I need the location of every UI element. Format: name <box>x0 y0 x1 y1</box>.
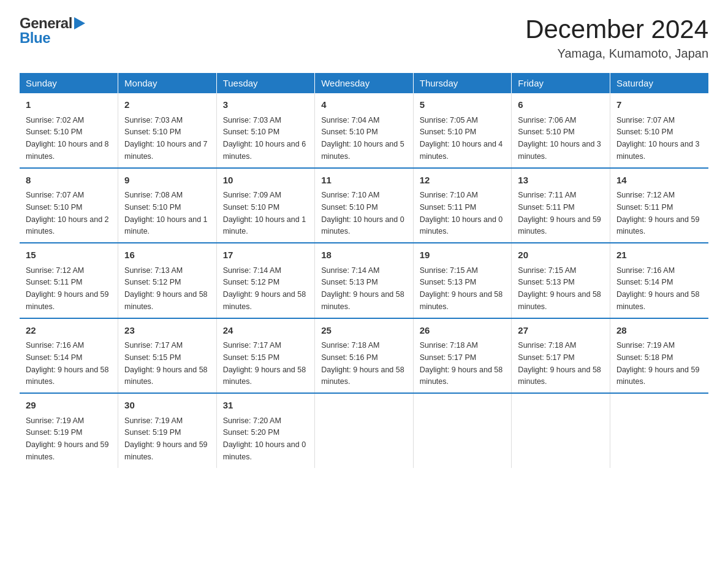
day-number: 12 <box>420 174 506 188</box>
calendar-header: Sunday Monday Tuesday Wednesday Thursday… <box>20 73 708 93</box>
day-number: 20 <box>518 248 604 262</box>
page-header: General Blue December 2024 Yamaga, Kumam… <box>20 15 708 61</box>
day-info: Sunrise: 7:03 AMSunset: 5:10 PMDaylight:… <box>223 116 306 161</box>
calendar-cell: 27Sunrise: 7:18 AMSunset: 5:17 PMDayligh… <box>512 318 610 394</box>
week-row-1: 1Sunrise: 7:02 AMSunset: 5:10 PMDaylight… <box>20 93 708 168</box>
day-info: Sunrise: 7:15 AMSunset: 5:13 PMDaylight:… <box>518 266 601 311</box>
day-info: Sunrise: 7:19 AMSunset: 5:19 PMDaylight:… <box>26 416 109 461</box>
day-number: 4 <box>321 98 407 112</box>
day-info: Sunrise: 7:10 AMSunset: 5:10 PMDaylight:… <box>321 191 404 236</box>
calendar-cell: 7Sunrise: 7:07 AMSunset: 5:10 PMDaylight… <box>610 93 708 168</box>
logo: General Blue <box>20 15 85 47</box>
calendar-cell: 19Sunrise: 7:15 AMSunset: 5:13 PMDayligh… <box>413 243 512 318</box>
day-number: 6 <box>518 98 604 112</box>
day-number: 3 <box>223 98 309 112</box>
calendar-cell: 30Sunrise: 7:19 AMSunset: 5:19 PMDayligh… <box>118 393 217 468</box>
calendar-cell: 16Sunrise: 7:13 AMSunset: 5:12 PMDayligh… <box>118 243 217 318</box>
day-number: 29 <box>26 399 112 413</box>
calendar-body: 1Sunrise: 7:02 AMSunset: 5:10 PMDaylight… <box>20 93 708 468</box>
calendar-cell <box>512 393 610 468</box>
day-info: Sunrise: 7:12 AMSunset: 5:11 PMDaylight:… <box>26 266 109 311</box>
calendar-cell: 5Sunrise: 7:05 AMSunset: 5:10 PMDaylight… <box>413 93 512 168</box>
calendar-cell: 9Sunrise: 7:08 AMSunset: 5:10 PMDaylight… <box>118 168 217 243</box>
page-title: December 2024 <box>525 15 708 44</box>
day-number: 24 <box>223 324 309 338</box>
day-info: Sunrise: 7:05 AMSunset: 5:10 PMDaylight:… <box>420 116 503 161</box>
svg-marker-0 <box>74 17 85 29</box>
day-info: Sunrise: 7:19 AMSunset: 5:19 PMDaylight:… <box>124 416 208 461</box>
logo-arrow-icon <box>74 17 85 29</box>
col-wednesday: Wednesday <box>315 73 414 93</box>
calendar-cell: 31Sunrise: 7:20 AMSunset: 5:20 PMDayligh… <box>216 393 315 468</box>
calendar-cell: 14Sunrise: 7:12 AMSunset: 5:11 PMDayligh… <box>610 168 708 243</box>
calendar-cell: 8Sunrise: 7:07 AMSunset: 5:10 PMDaylight… <box>20 168 118 243</box>
day-number: 15 <box>26 248 112 262</box>
day-info: Sunrise: 7:18 AMSunset: 5:17 PMDaylight:… <box>420 341 503 386</box>
calendar-cell: 25Sunrise: 7:18 AMSunset: 5:16 PMDayligh… <box>315 318 414 394</box>
day-info: Sunrise: 7:14 AMSunset: 5:13 PMDaylight:… <box>321 266 404 311</box>
week-row-3: 15Sunrise: 7:12 AMSunset: 5:11 PMDayligh… <box>20 243 708 318</box>
day-info: Sunrise: 7:16 AMSunset: 5:14 PMDaylight:… <box>26 341 109 386</box>
day-number: 22 <box>26 324 112 338</box>
col-thursday: Thursday <box>413 73 512 93</box>
day-info: Sunrise: 7:04 AMSunset: 5:10 PMDaylight:… <box>321 116 404 161</box>
day-info: Sunrise: 7:12 AMSunset: 5:11 PMDaylight:… <box>616 191 700 236</box>
day-info: Sunrise: 7:07 AMSunset: 5:10 PMDaylight:… <box>26 191 109 236</box>
calendar-cell: 13Sunrise: 7:11 AMSunset: 5:11 PMDayligh… <box>512 168 610 243</box>
day-info: Sunrise: 7:19 AMSunset: 5:18 PMDaylight:… <box>616 341 700 386</box>
calendar-cell: 4Sunrise: 7:04 AMSunset: 5:10 PMDaylight… <box>315 93 414 168</box>
week-row-4: 22Sunrise: 7:16 AMSunset: 5:14 PMDayligh… <box>20 318 708 394</box>
calendar-cell: 26Sunrise: 7:18 AMSunset: 5:17 PMDayligh… <box>413 318 512 394</box>
day-info: Sunrise: 7:18 AMSunset: 5:17 PMDaylight:… <box>518 341 601 386</box>
calendar-cell: 1Sunrise: 7:02 AMSunset: 5:10 PMDaylight… <box>20 93 118 168</box>
title-block: December 2024 Yamaga, Kumamoto, Japan <box>525 15 708 61</box>
calendar-cell: 10Sunrise: 7:09 AMSunset: 5:10 PMDayligh… <box>216 168 315 243</box>
day-number: 16 <box>124 248 210 262</box>
calendar-cell: 15Sunrise: 7:12 AMSunset: 5:11 PMDayligh… <box>20 243 118 318</box>
day-number: 27 <box>518 324 604 338</box>
day-number: 1 <box>26 98 112 112</box>
day-info: Sunrise: 7:02 AMSunset: 5:10 PMDaylight:… <box>26 116 109 161</box>
day-number: 10 <box>223 174 309 188</box>
day-number: 30 <box>124 399 210 413</box>
calendar-cell: 22Sunrise: 7:16 AMSunset: 5:14 PMDayligh… <box>20 318 118 394</box>
day-number: 26 <box>420 324 506 338</box>
day-number: 19 <box>420 248 506 262</box>
day-number: 14 <box>616 174 702 188</box>
col-sunday: Sunday <box>20 73 118 93</box>
calendar-cell: 23Sunrise: 7:17 AMSunset: 5:15 PMDayligh… <box>118 318 217 394</box>
day-info: Sunrise: 7:13 AMSunset: 5:12 PMDaylight:… <box>124 266 208 311</box>
calendar-cell: 20Sunrise: 7:15 AMSunset: 5:13 PMDayligh… <box>512 243 610 318</box>
calendar-cell: 2Sunrise: 7:03 AMSunset: 5:10 PMDaylight… <box>118 93 217 168</box>
day-info: Sunrise: 7:18 AMSunset: 5:16 PMDaylight:… <box>321 341 404 386</box>
day-info: Sunrise: 7:15 AMSunset: 5:13 PMDaylight:… <box>420 266 503 311</box>
day-info: Sunrise: 7:17 AMSunset: 5:15 PMDaylight:… <box>223 341 306 386</box>
col-friday: Friday <box>512 73 610 93</box>
day-number: 25 <box>321 324 407 338</box>
page-subtitle: Yamaga, Kumamoto, Japan <box>525 47 708 61</box>
day-info: Sunrise: 7:08 AMSunset: 5:10 PMDaylight:… <box>124 191 208 236</box>
col-monday: Monday <box>118 73 217 93</box>
day-number: 11 <box>321 174 407 188</box>
calendar-cell: 29Sunrise: 7:19 AMSunset: 5:19 PMDayligh… <box>20 393 118 468</box>
calendar-cell: 12Sunrise: 7:10 AMSunset: 5:11 PMDayligh… <box>413 168 512 243</box>
day-number: 9 <box>124 174 210 188</box>
calendar-cell: 6Sunrise: 7:06 AMSunset: 5:10 PMDaylight… <box>512 93 610 168</box>
day-number: 7 <box>616 98 702 112</box>
calendar-cell: 24Sunrise: 7:17 AMSunset: 5:15 PMDayligh… <box>216 318 315 394</box>
calendar-cell: 21Sunrise: 7:16 AMSunset: 5:14 PMDayligh… <box>610 243 708 318</box>
day-info: Sunrise: 7:09 AMSunset: 5:10 PMDaylight:… <box>223 191 306 236</box>
calendar-cell <box>315 393 414 468</box>
day-number: 8 <box>26 174 112 188</box>
day-info: Sunrise: 7:17 AMSunset: 5:15 PMDaylight:… <box>124 341 208 386</box>
day-number: 28 <box>616 324 702 338</box>
day-info: Sunrise: 7:16 AMSunset: 5:14 PMDaylight:… <box>616 266 700 311</box>
day-number: 13 <box>518 174 604 188</box>
day-number: 5 <box>420 98 506 112</box>
calendar-cell: 17Sunrise: 7:14 AMSunset: 5:12 PMDayligh… <box>216 243 315 318</box>
day-info: Sunrise: 7:11 AMSunset: 5:11 PMDaylight:… <box>518 191 601 236</box>
day-number: 31 <box>223 399 309 413</box>
logo-blue-text: Blue <box>20 29 85 47</box>
week-row-2: 8Sunrise: 7:07 AMSunset: 5:10 PMDaylight… <box>20 168 708 243</box>
day-info: Sunrise: 7:03 AMSunset: 5:10 PMDaylight:… <box>124 116 208 161</box>
